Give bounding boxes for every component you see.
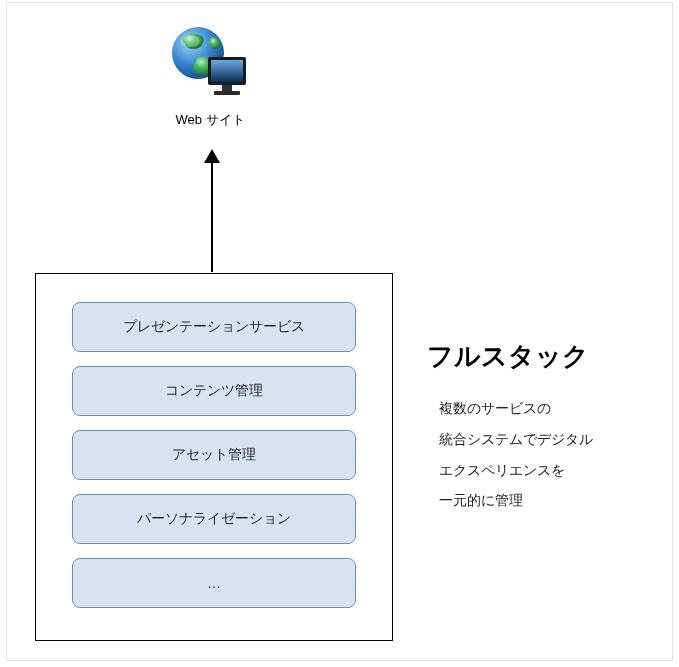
desc-line: 一元的に管理 xyxy=(439,485,593,516)
service-label: コンテンツ管理 xyxy=(165,382,263,400)
website-label: Web サイト xyxy=(165,111,255,129)
svg-point-1 xyxy=(180,35,200,47)
service-personalization: パーソナライゼーション xyxy=(72,494,356,544)
service-label: パーソナライゼーション xyxy=(137,510,291,528)
desc-line: 複数のサービスの xyxy=(439,393,593,424)
service-label: アセット管理 xyxy=(172,446,256,464)
service-presentation: プレゼンテーションサービス xyxy=(72,302,356,352)
desc-line: エクスペリエンスを xyxy=(439,455,593,486)
svg-rect-5 xyxy=(214,91,240,95)
arrow-up-line xyxy=(211,158,213,272)
service-content-mgmt: コンテンツ管理 xyxy=(72,366,356,416)
svg-rect-4 xyxy=(222,85,232,91)
service-label: プレゼンテーションサービス xyxy=(123,318,305,336)
globe-monitor-icon xyxy=(168,87,252,104)
service-asset-mgmt: アセット管理 xyxy=(72,430,356,480)
service-more: … xyxy=(72,558,356,608)
diagram-canvas: Web サイト プレゼンテーションサービス コンテンツ管理 アセット管理 パーソ… xyxy=(6,2,673,661)
website-node: Web サイト xyxy=(165,23,255,129)
svg-rect-3 xyxy=(211,60,243,82)
service-label: … xyxy=(207,575,221,591)
fullstack-description: 複数のサービスの 統合システムでデジタル エクスペリエンスを 一元的に管理 xyxy=(439,393,593,516)
desc-line: 統合システムでデジタル xyxy=(439,424,593,455)
fullstack-title: フルスタック xyxy=(427,339,589,374)
fullstack-box: プレゼンテーションサービス コンテンツ管理 アセット管理 パーソナライゼーション… xyxy=(35,273,393,641)
